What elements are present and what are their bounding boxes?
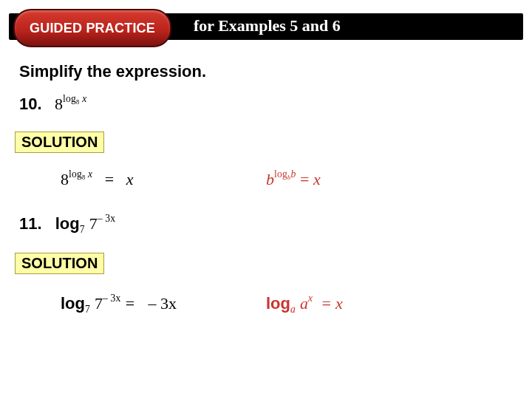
instruction-text: Simplify the expression.: [19, 62, 206, 81]
q10-solution-equation: 8log8 x = x: [61, 170, 133, 189]
q11-identity-rule: loga ax = x: [266, 294, 343, 313]
badge-label: GUIDED PRACTICE: [30, 21, 155, 36]
q11-log: log: [55, 214, 80, 233]
q10-exponent: log8 x: [63, 93, 86, 104]
question-number: 10.: [19, 95, 42, 113]
guided-practice-badge: GUIDED PRACTICE: [13, 9, 171, 47]
q11-exponent: – 3x: [98, 213, 116, 224]
q10-result: x: [126, 170, 134, 188]
header-title: for Examples 5 and 6: [194, 16, 341, 35]
q10-base: 8: [55, 95, 63, 113]
q11-result: – 3x: [148, 294, 177, 313]
solution-label-2: SOLUTION: [15, 253, 104, 274]
question-10: 10. 8log8 x: [19, 95, 86, 114]
solution-label-1: SOLUTION: [15, 132, 104, 153]
q10-identity-rule: blogbb = x: [266, 170, 321, 189]
question-number: 11.: [19, 214, 42, 233]
question-11: 11. log7 7– 3x: [19, 214, 115, 233]
q11-solution-equation: log7 7– 3x = – 3x: [61, 294, 177, 313]
